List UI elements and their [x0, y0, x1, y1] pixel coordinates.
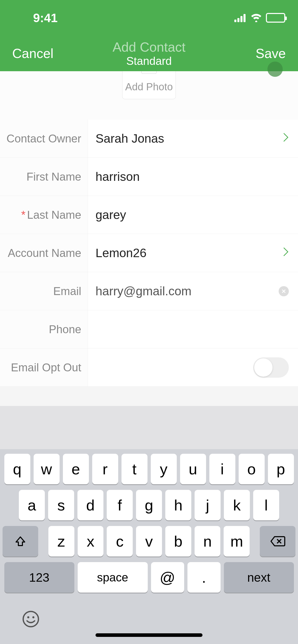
key-s[interactable]: s [48, 490, 74, 520]
key-w[interactable]: w [34, 454, 60, 484]
key-o[interactable]: o [239, 454, 265, 484]
key-y[interactable]: y [151, 454, 177, 484]
status-bar: 9:41 [0, 0, 298, 36]
phone-input[interactable] [96, 322, 289, 336]
contact-owner-value[interactable]: Sarah Jonas [88, 120, 298, 157]
keyboard-row-4: 123 space @ . next [3, 562, 295, 593]
key-u[interactable]: u [180, 454, 206, 484]
svg-rect-2 [240, 16, 242, 22]
key-dot[interactable]: . [187, 562, 221, 593]
nav-title-container: Add Contact Standard [113, 39, 185, 67]
contact-owner-label: Contact Owner [0, 120, 88, 157]
key-backspace[interactable] [260, 526, 295, 557]
email-row: Email [0, 272, 298, 310]
status-icons [234, 11, 285, 25]
home-indicator[interactable] [96, 633, 202, 637]
phone-row: Phone [0, 310, 298, 348]
last-name-field-container [88, 196, 298, 234]
svg-point-5 [27, 616, 29, 618]
key-a[interactable]: a [19, 490, 45, 520]
last-name-row: *Last Name [0, 196, 298, 234]
key-t[interactable]: t [121, 454, 147, 484]
keyboard-keys: q w e r t y u i o p a s d f g h j k l [0, 449, 298, 644]
page-title: Add Contact [113, 39, 185, 55]
emoji-icon [22, 610, 40, 628]
email-optout-row: Email Opt Out [0, 348, 298, 387]
signal-icon [234, 11, 247, 25]
wifi-icon [250, 11, 262, 25]
key-q[interactable]: q [4, 454, 30, 484]
cancel-button[interactable]: Cancel [12, 46, 53, 61]
account-name-row[interactable]: Account Name Lemon26 [0, 234, 298, 272]
account-name-label: Account Name [0, 234, 88, 272]
svg-point-4 [23, 611, 38, 627]
key-next[interactable]: next [224, 562, 294, 593]
email-optout-label: Email Opt Out [0, 348, 88, 386]
key-space[interactable]: space [78, 562, 148, 593]
add-photo-label: Add Photo [125, 81, 173, 93]
last-name-input[interactable] [96, 208, 289, 222]
key-e[interactable]: e [63, 454, 89, 484]
key-g[interactable]: g [136, 490, 162, 520]
camera-icon [141, 71, 157, 74]
key-123[interactable]: 123 [4, 562, 74, 593]
add-photo-button[interactable]: Add Photo [122, 71, 176, 99]
chevron-right-icon [283, 132, 289, 145]
contact-owner-row[interactable]: Contact Owner Sarah Jonas [0, 120, 298, 158]
key-p[interactable]: p [268, 454, 294, 484]
email-field-container [88, 272, 298, 310]
key-d[interactable]: d [77, 490, 103, 520]
email-label: Email [0, 272, 88, 310]
form-content: Add Photo Contact Owner Sarah Jonas Firs… [0, 71, 298, 387]
clear-email-button[interactable] [279, 286, 289, 296]
backspace-icon [270, 536, 285, 547]
last-name-label: *Last Name [0, 196, 88, 234]
key-v[interactable]: v [136, 526, 162, 557]
account-name-text: Lemon26 [96, 246, 146, 260]
svg-rect-0 [234, 20, 236, 22]
key-shift[interactable] [3, 526, 38, 557]
suggestion-bar [0, 406, 298, 449]
email-optout-container [88, 348, 298, 386]
first-name-label: First Name [0, 158, 88, 196]
email-input[interactable] [96, 284, 279, 298]
svg-rect-3 [243, 14, 246, 22]
keyboard: q w e r t y u i o p a s d f g h j k l [0, 406, 298, 644]
save-button[interactable]: Save [255, 46, 286, 61]
key-c[interactable]: c [107, 526, 133, 557]
nav-bar: Cancel Add Contact Standard Save [0, 36, 298, 71]
form-body: Contact Owner Sarah Jonas First Name *La… [0, 120, 298, 387]
shift-icon [14, 535, 27, 548]
keyboard-row-1: q w e r t y u i o p [3, 454, 295, 484]
key-x[interactable]: x [78, 526, 104, 557]
key-h[interactable]: h [165, 490, 191, 520]
chevron-right-icon [283, 247, 289, 259]
svg-rect-1 [237, 18, 239, 22]
first-name-input[interactable] [96, 170, 289, 184]
touch-indicator [267, 62, 283, 77]
keyboard-row-3: z x c v b n m [3, 526, 295, 557]
key-b[interactable]: b [165, 526, 191, 557]
emoji-button[interactable] [22, 610, 40, 632]
first-name-field-container [88, 158, 298, 196]
keyboard-bottom-bar [3, 598, 295, 644]
battery-icon [266, 13, 285, 23]
key-z[interactable]: z [48, 526, 74, 557]
key-at[interactable]: @ [151, 562, 184, 593]
toggle-knob [254, 358, 273, 377]
email-optout-toggle[interactable] [253, 357, 289, 378]
key-j[interactable]: j [195, 490, 221, 520]
key-n[interactable]: n [195, 526, 221, 557]
phone-label: Phone [0, 310, 88, 348]
key-f[interactable]: f [107, 490, 133, 520]
keyboard-row-2: a s d f g h j k l [3, 490, 295, 520]
key-k[interactable]: k [224, 490, 250, 520]
key-m[interactable]: m [224, 526, 250, 557]
key-i[interactable]: i [209, 454, 235, 484]
account-name-value[interactable]: Lemon26 [88, 234, 298, 272]
status-time: 9:41 [33, 11, 58, 25]
first-name-row: First Name [0, 158, 298, 196]
phone-field-container [88, 310, 298, 348]
key-l[interactable]: l [253, 490, 279, 520]
key-r[interactable]: r [92, 454, 118, 484]
